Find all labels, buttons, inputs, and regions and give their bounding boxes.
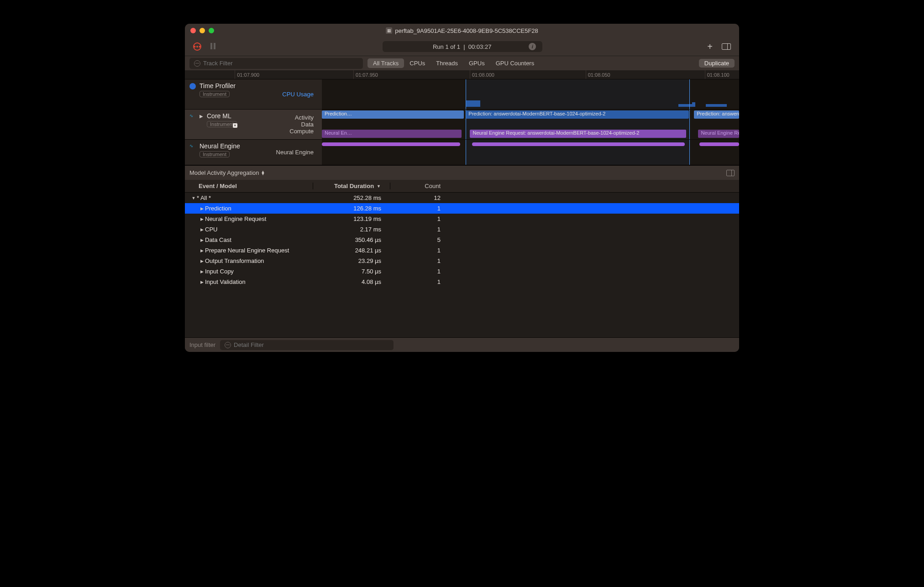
track-lanes[interactable]: [322, 79, 739, 109]
run-pill[interactable]: Run 1 of 1 | 00:03:27 i: [383, 41, 542, 52]
chevron-right-icon[interactable]: ▶: [199, 269, 205, 274]
activity-bar[interactable]: Prediction…: [322, 110, 464, 119]
chevron-right-icon[interactable]: ▶: [200, 114, 203, 136]
app-window: ▦ perftab_9A9501AE-25E6-4008-9EB9-5C538C…: [185, 24, 739, 352]
chevron-right-icon[interactable]: ▶: [199, 217, 205, 221]
tab-gpu-counters[interactable]: GPU Counters: [490, 58, 540, 68]
ne-bar[interactable]: [699, 142, 739, 146]
track-filter[interactable]: [189, 58, 363, 69]
table-row[interactable]: ▶ Input Copy7.50 µs1: [185, 266, 739, 277]
row-label: Data Cast: [205, 236, 231, 243]
track-time-profiler[interactable]: Time Profiler Instrument CPU Usage: [185, 79, 739, 110]
minimize-icon[interactable]: [200, 28, 205, 33]
tab-cpus[interactable]: CPUs: [404, 58, 430, 68]
activity-bar[interactable]: Prediction: answerdotai-ModernBERT-base-…: [466, 110, 689, 119]
close-icon[interactable]: [190, 28, 196, 33]
tab-threads[interactable]: Threads: [430, 58, 463, 68]
instrument-badge[interactable]: Instrument: [200, 91, 230, 97]
chevron-right-icon[interactable]: ▶: [199, 280, 205, 284]
time-selection: [466, 79, 690, 109]
document-icon: ▦: [386, 27, 392, 34]
tracks-area: Time Profiler Instrument CPU Usage ∿ ▶ C…: [185, 79, 739, 165]
track-sublabel: Neural Engine: [276, 142, 317, 162]
table-row[interactable]: ▶ Prediction126.28 ms1: [185, 203, 739, 214]
row-label: Input Copy: [205, 268, 234, 275]
record-icon: ●●●: [194, 44, 201, 49]
chevron-down-icon[interactable]: ▾: [233, 123, 237, 128]
compute-bar[interactable]: Neural Engine Request: answerdotai-Moder…: [470, 130, 686, 138]
track-sublabels: Activity Data Compute: [289, 112, 317, 136]
row-label: Prediction: [205, 205, 231, 212]
ne-bar[interactable]: [472, 142, 685, 146]
duplicate-button[interactable]: Duplicate: [699, 59, 735, 68]
track-name: Neural Engine: [200, 142, 273, 150]
track-neural-engine[interactable]: ∿ Neural Engine Instrument Neural Engine: [185, 140, 739, 165]
chevron-down-icon[interactable]: ▼: [190, 196, 197, 200]
row-duration: 123.19 ms: [313, 215, 390, 222]
record-button[interactable]: ●●●: [193, 42, 201, 51]
row-label: Output Transformation: [205, 257, 264, 264]
chevron-down-icon: ▼: [377, 184, 381, 189]
pause-button[interactable]: [210, 43, 218, 50]
zoom-icon[interactable]: [209, 28, 214, 33]
instrument-badge[interactable]: Instrument: [200, 151, 230, 157]
column-count[interactable]: Count: [390, 183, 450, 189]
cpu-bar: [692, 102, 695, 107]
cpu-bar: [466, 100, 480, 107]
detail-dropdown[interactable]: Model Activity Aggregation ▲▼: [189, 169, 265, 176]
table-row[interactable]: ▶ Neural Engine Request123.19 ms1: [185, 214, 739, 224]
table-body: ▼ * All *252.28 ms12▶ Prediction126.28 m…: [185, 193, 739, 337]
tab-all-tracks[interactable]: All Tracks: [368, 58, 404, 68]
activity-bar[interactable]: Prediction: answerdotai-ModernBE…: [694, 110, 739, 119]
chevron-right-icon[interactable]: ▶: [199, 259, 205, 263]
info-icon[interactable]: i: [529, 43, 536, 50]
row-duration: 252.28 ms: [313, 194, 390, 201]
row-duration: 2.17 ms: [313, 226, 390, 233]
column-event[interactable]: Event / Model: [185, 183, 313, 189]
row-count: 1: [390, 205, 450, 212]
filter-icon: [225, 342, 231, 348]
input-filter-label: Input filter: [189, 341, 215, 348]
column-duration[interactable]: Total Duration▼: [313, 183, 390, 189]
row-duration: 248.21 µs: [313, 247, 390, 254]
panel-toggle-button[interactable]: [722, 43, 731, 50]
wave-icon: ∿: [189, 113, 196, 120]
table-row[interactable]: ▼ * All *252.28 ms12: [185, 193, 739, 203]
clock-icon: [189, 83, 196, 89]
table-row[interactable]: ▶ Prepare Neural Engine Request248.21 µs…: [185, 245, 739, 256]
row-count: 1: [390, 247, 450, 254]
detail-filter[interactable]: [220, 340, 394, 350]
tab-gpus[interactable]: GPUs: [463, 58, 490, 68]
ne-bar[interactable]: [322, 142, 460, 146]
track-core-ml[interactable]: ∿ ▶ Core ML Instrument▾ Activity Data Co…: [185, 110, 739, 140]
detail-filter-input[interactable]: [234, 341, 389, 348]
track-lanes[interactable]: Prediction… Prediction: answerdotai-Mode…: [322, 110, 739, 139]
add-button[interactable]: +: [707, 42, 713, 52]
table-row[interactable]: ▶ Data Cast350.46 µs5: [185, 235, 739, 245]
window-title: ▦ perftab_9A9501AE-25E6-4008-9EB9-5C538C…: [386, 27, 538, 34]
chevron-right-icon[interactable]: ▶: [199, 227, 205, 232]
ruler-tick: 01:07.900: [235, 70, 259, 79]
instrument-badge[interactable]: Instrument▾: [207, 121, 237, 127]
table-header: Event / Model Total Duration▼ Count: [185, 180, 739, 193]
track-lanes[interactable]: [322, 140, 739, 165]
compute-bar[interactable]: Neural En…: [322, 130, 462, 138]
row-count: 1: [390, 278, 450, 285]
ruler-tick: 01:08.050: [586, 70, 610, 79]
row-count: 1: [390, 226, 450, 233]
table-row[interactable]: ▶ Output Transformation23.29 µs1: [185, 256, 739, 266]
detail-header: Model Activity Aggregation ▲▼: [185, 165, 739, 180]
sidebar-toggle-button[interactable]: [726, 170, 735, 176]
compute-bar[interactable]: Neural Engine Request: answerdo…: [698, 130, 739, 138]
timeline-ruler[interactable]: 01:07.900 01:07.950 01:08.000 01:08.050 …: [185, 70, 739, 79]
table-row[interactable]: ▶ Input Validation4.08 µs1: [185, 277, 739, 287]
chevron-right-icon[interactable]: ▶: [199, 248, 205, 253]
run-info: Run 1 of 1 | 00:03:27 i: [227, 41, 698, 52]
track-filter-input[interactable]: [203, 60, 358, 67]
row-count: 1: [390, 215, 450, 222]
track-tabs: All Tracks CPUs Threads GPUs GPU Counter…: [368, 58, 540, 68]
chevron-right-icon[interactable]: ▶: [199, 206, 205, 211]
ruler-tick: 01:08.100: [705, 70, 730, 79]
chevron-right-icon[interactable]: ▶: [199, 238, 205, 242]
table-row[interactable]: ▶ CPU2.17 ms1: [185, 224, 739, 235]
